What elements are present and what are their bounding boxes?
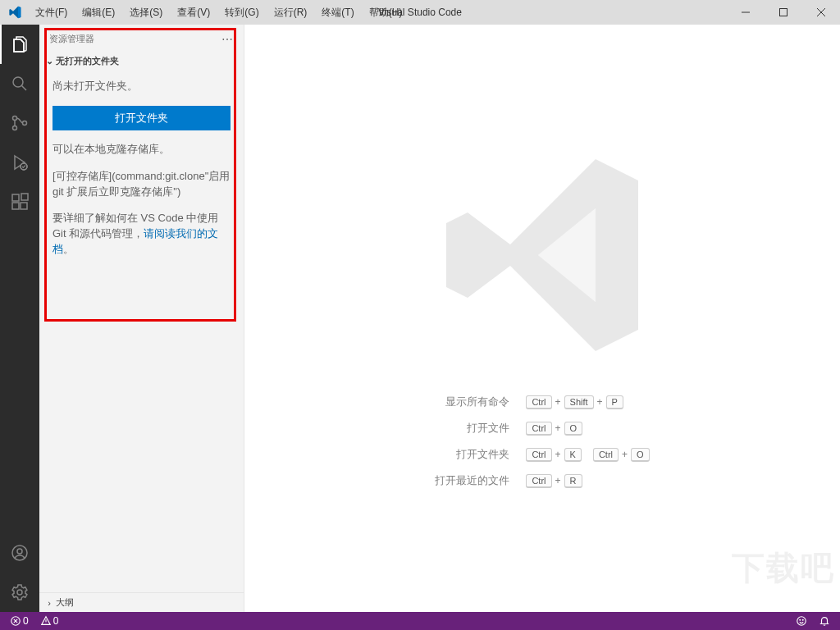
window-title: Visual Studio Code bbox=[378, 7, 462, 18]
no-folder-section[interactable]: ⌄ 无打开的文件夹 bbox=[39, 53, 244, 69]
chevron-right-icon: › bbox=[43, 598, 56, 608]
svg-rect-14 bbox=[21, 203, 27, 209]
open-folder-label: 打开文件夹 bbox=[435, 447, 509, 462]
activity-explorer-icon[interactable] bbox=[0, 25, 39, 64]
show-all-commands-keys: Ctrl+ Shift+ P bbox=[526, 395, 649, 409]
svg-line-5 bbox=[22, 86, 27, 91]
main: 资源管理器 ⋯ ⌄ 无打开的文件夹 尚未打开文件夹。 打开文件夹 可以在本地克隆… bbox=[0, 25, 840, 612]
status-warnings[interactable]: 0 bbox=[37, 615, 62, 627]
key-shift: Shift bbox=[564, 395, 594, 409]
svg-rect-12 bbox=[12, 194, 19, 201]
status-errors[interactable]: 0 bbox=[7, 615, 32, 627]
open-folder-button[interactable]: 打开文件夹 bbox=[52, 106, 231, 130]
menubar: 文件(F) 编辑(E) 选择(S) 查看(V) 转到(G) 运行(R) 终端(T… bbox=[29, 2, 409, 23]
menu-edit[interactable]: 编辑(E) bbox=[75, 2, 121, 23]
sidebar: 资源管理器 ⋯ ⌄ 无打开的文件夹 尚未打开文件夹。 打开文件夹 可以在本地克隆… bbox=[39, 25, 244, 612]
sidebar-header: 资源管理器 ⋯ bbox=[39, 25, 244, 53]
activity-extensions-icon[interactable] bbox=[0, 182, 39, 221]
titlebar: 文件(F) 编辑(E) 选择(S) 查看(V) 转到(G) 运行(R) 终端(T… bbox=[0, 0, 840, 25]
svg-point-25 bbox=[800, 619, 801, 620]
site-watermark: 下载吧 bbox=[732, 546, 835, 591]
sidebar-title: 资源管理器 bbox=[49, 33, 94, 45]
vscode-watermark-icon bbox=[436, 148, 649, 362]
statusbar: 0 0 bbox=[0, 612, 840, 630]
svg-point-7 bbox=[13, 126, 17, 130]
activity-scm-icon[interactable] bbox=[0, 103, 39, 143]
svg-point-8 bbox=[23, 121, 27, 126]
open-recent-keys: Ctrl+ R bbox=[526, 474, 649, 488]
window-controls bbox=[727, 0, 840, 25]
open-file-keys: Ctrl+ O bbox=[526, 422, 649, 436]
key-o: O bbox=[564, 422, 583, 436]
activity-run-icon[interactable] bbox=[0, 143, 39, 182]
key-o: O bbox=[631, 448, 650, 462]
error-count: 0 bbox=[23, 615, 29, 627]
vscode-logo-icon bbox=[0, 6, 29, 19]
key-ctrl: Ctrl bbox=[526, 422, 551, 436]
key-k: K bbox=[564, 448, 582, 462]
no-folder-title: 无打开的文件夹 bbox=[56, 55, 119, 67]
open-folder-keys: Ctrl+ K Ctrl+ O bbox=[526, 448, 649, 462]
activity-accounts-icon[interactable] bbox=[0, 533, 39, 573]
svg-point-4 bbox=[13, 77, 23, 87]
svg-point-24 bbox=[797, 617, 806, 626]
menu-run[interactable]: 运行(R) bbox=[267, 2, 314, 23]
maximize-button[interactable] bbox=[765, 0, 802, 25]
minimize-button[interactable] bbox=[727, 0, 765, 25]
git-help: 要详细了解如何在 VS Code 中使用 Git 和源代码管理，请阅读我们的文档… bbox=[52, 211, 231, 258]
key-p: P bbox=[606, 395, 623, 409]
menu-terminal[interactable]: 终端(T) bbox=[315, 2, 360, 23]
outline-section[interactable]: › 大纲 bbox=[39, 592, 244, 612]
svg-point-17 bbox=[17, 549, 22, 554]
menu-view[interactable]: 查看(V) bbox=[171, 2, 217, 23]
key-ctrl: Ctrl bbox=[593, 448, 619, 462]
svg-rect-1 bbox=[780, 9, 788, 16]
menu-file[interactable]: 文件(F) bbox=[29, 2, 74, 23]
key-r: R bbox=[564, 474, 582, 488]
clone-cmd: [可控存储库](command:git.clone"启用 git 扩展后立即克隆… bbox=[52, 169, 231, 200]
svg-point-18 bbox=[17, 590, 22, 595]
activitybar bbox=[0, 25, 39, 612]
not-open-msg: 尚未打开文件夹。 bbox=[52, 79, 231, 94]
key-ctrl: Ctrl bbox=[526, 474, 551, 488]
chevron-down-icon: ⌄ bbox=[43, 56, 56, 66]
menu-go[interactable]: 转到(G) bbox=[218, 2, 265, 23]
show-all-commands-label: 显示所有命令 bbox=[435, 395, 509, 409]
open-recent-label: 打开最近的文件 bbox=[435, 473, 509, 488]
editor-area: 显示所有命令 Ctrl+ Shift+ P 打开文件 Ctrl+ O 打开文件夹… bbox=[244, 25, 840, 612]
status-bell-icon[interactable] bbox=[815, 615, 833, 627]
key-ctrl: Ctrl bbox=[526, 448, 551, 462]
shortcuts-panel: 显示所有命令 Ctrl+ Shift+ P 打开文件 Ctrl+ O 打开文件夹… bbox=[435, 395, 649, 488]
sidebar-body: 尚未打开文件夹。 打开文件夹 可以在本地克隆存储库。 [可控存储库](comma… bbox=[39, 69, 244, 282]
svg-rect-15 bbox=[21, 194, 28, 200]
activity-search-icon[interactable] bbox=[0, 64, 39, 103]
svg-rect-13 bbox=[12, 203, 19, 209]
git-help-suffix: 。 bbox=[63, 243, 74, 255]
warning-count: 0 bbox=[53, 615, 59, 627]
sidebar-more-icon[interactable]: ⋯ bbox=[221, 33, 234, 46]
svg-point-6 bbox=[13, 116, 17, 121]
status-feedback-icon[interactable] bbox=[792, 615, 810, 627]
open-file-label: 打开文件 bbox=[435, 421, 509, 436]
key-ctrl: Ctrl bbox=[526, 395, 551, 409]
clone-msg: 可以在本地克隆存储库。 bbox=[52, 142, 231, 158]
svg-point-26 bbox=[802, 619, 803, 620]
activity-settings-icon[interactable] bbox=[0, 573, 39, 612]
close-button[interactable] bbox=[802, 0, 840, 25]
outline-label: 大纲 bbox=[56, 596, 74, 609]
menu-select[interactable]: 选择(S) bbox=[123, 2, 169, 23]
